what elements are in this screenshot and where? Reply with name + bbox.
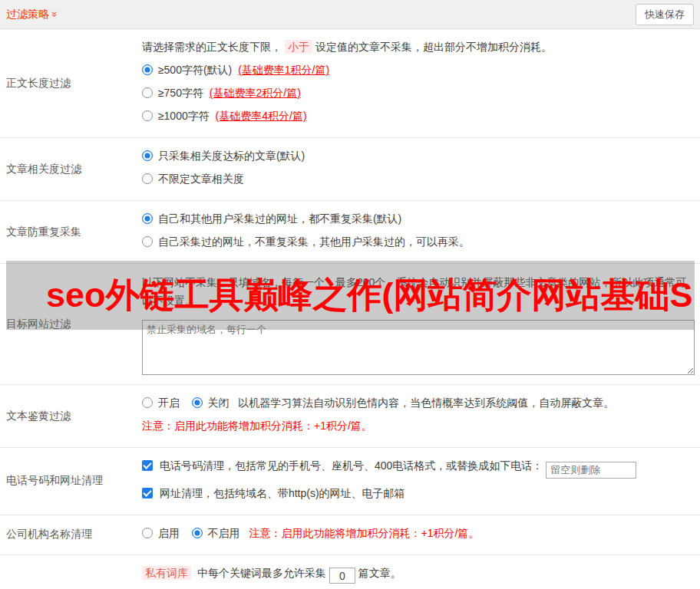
- radio-1000-chars[interactable]: [142, 110, 153, 121]
- radio-company-off[interactable]: [192, 528, 203, 538]
- option-label[interactable]: 只采集相关度达标的文章(默认): [158, 150, 305, 162]
- row-label-target-site: 目标网站过滤: [0, 264, 142, 384]
- chevron-down-icon: »: [50, 12, 60, 17]
- radio-company-on[interactable]: [142, 528, 153, 538]
- radio-relevance-only[interactable]: [142, 150, 153, 161]
- option-dedup-own: 自己采集过的网址，不重复采集，其他用户采集过的，可以再采。: [142, 233, 694, 250]
- row-porn-filter: 文本鉴黄过滤 开启 关闭 以机器学习算法自动识别色情内容，当色情概率达到系统阈值…: [0, 385, 700, 448]
- cost-note: (基础费率1积分/篇): [238, 64, 329, 76]
- url-clean-line: 网址清理，包括纯域名、带http(s)的网址、电子邮箱: [142, 485, 694, 502]
- row-label-company-clean: 公司机构名称清理: [0, 515, 142, 554]
- phone-clean-line: 电话号码清理，包括常见的手机号、座机号、400电话格式，或替换成如下电话：: [142, 457, 694, 479]
- target-site-desc: 以下网站不采集，只填域名，每行一个，最多200个。系统会自动识别并屏蔽那些非文章…: [142, 273, 696, 310]
- option-750-chars: ≥750字符 (基础费率2积分/篇): [142, 84, 694, 101]
- row-label-dedup: 文章防重复采集: [0, 201, 142, 263]
- row-label-keyword-dedup: 关键词防重复采集: [0, 555, 142, 589]
- option-1000-chars: ≥1000字符 (基础费率4积分/篇): [142, 107, 694, 124]
- row-dedup: 文章防重复采集 自己和其他用户采集过的网址，都不重复采集(默认) 自己采集过的网…: [0, 201, 700, 264]
- row-company-clean: 公司机构名称清理 启用 不启用 注意：启用此功能将增加积分消耗：+1积分/篇。: [0, 515, 700, 555]
- option-label[interactable]: ≥1000字符: [158, 110, 210, 122]
- option-label[interactable]: ≥500字符(默认): [158, 64, 232, 76]
- row-target-site: 目标网站过滤 以下网站不采集，只填域名，每行一个，最多200个。系统会自动识别并…: [0, 264, 700, 385]
- row-label-porn-filter: 文本鉴黄过滤: [0, 385, 142, 447]
- row-label-body-length: 正文长度过滤: [0, 29, 142, 137]
- option-label[interactable]: 关闭: [208, 397, 229, 409]
- less-than-chip: 小于: [285, 40, 312, 54]
- porn-filter-desc: 以机器学习算法自动识别色情内容，当色情概率达到系统阈值，自动屏蔽文章。: [238, 397, 614, 409]
- phone-clean-label[interactable]: 电话号码清理，包括常见的手机号、座机号、400电话格式，或替换成如下电话：: [160, 459, 543, 472]
- porn-filter-options: 开启 关闭 以机器学习算法自动识别色情内容，当色情概率达到系统阈值，自动屏蔽文章…: [142, 394, 694, 411]
- option-label[interactable]: 不启用: [208, 527, 240, 539]
- cost-note: (基础费率4积分/篇): [216, 110, 307, 122]
- radio-750-chars[interactable]: [142, 87, 153, 98]
- url-clean-label[interactable]: 网址清理，包括纯域名、带http(s)的网址、电子邮箱: [160, 487, 405, 499]
- max-articles-input[interactable]: [329, 568, 355, 584]
- body-length-intro: 请选择需求的正文长度下限，小于设定值的文章不采集，超出部分不增加积分消耗。: [142, 38, 694, 55]
- radio-dedup-own[interactable]: [142, 236, 153, 247]
- option-label[interactable]: ≥750字符: [158, 87, 203, 99]
- option-relevance-any: 不限定文章相关度: [142, 170, 694, 187]
- option-500-chars: ≥500字符(默认) (基础费率1积分/篇): [142, 61, 694, 78]
- row-phone-url-clean: 电话号码和网址清理 电话号码清理，包括常见的手机号、座机号、400电话格式，或替…: [0, 448, 700, 515]
- option-relevance-only: 只采集相关度达标的文章(默认): [142, 147, 694, 164]
- page-title-text: 过滤策略: [6, 8, 49, 21]
- radio-dedup-all[interactable]: [142, 213, 153, 224]
- porn-filter-note: 注意：启用此功能将增加积分消耗：+1积分/篇。: [142, 417, 694, 434]
- row-relevance: 文章相关度过滤 只采集相关度达标的文章(默认) 不限定文章相关度: [0, 138, 700, 201]
- row-keyword-dedup: 关键词防重复采集 私有词库 中每个关键词最多允许采集 篇文章。 如果留空或设为0…: [0, 555, 700, 589]
- header-bar: 过滤策略 » 快速保存: [0, 0, 700, 29]
- radio-porn-on[interactable]: [142, 397, 153, 408]
- radio-porn-off[interactable]: [192, 397, 203, 408]
- option-dedup-all: 自己和其他用户采集过的网址，都不重复采集(默认): [142, 210, 694, 227]
- option-label[interactable]: 启用: [158, 527, 180, 539]
- row-label-phone-url-clean: 电话号码和网址清理: [0, 448, 142, 515]
- blocked-domains-textarea[interactable]: [142, 320, 695, 375]
- option-label[interactable]: 自己和其他用户采集过的网址，都不重复采集(默认): [158, 212, 401, 225]
- row-body-length: 正文长度过滤 请选择需求的正文长度下限，小于设定值的文章不采集，超出部分不增加积…: [0, 29, 700, 138]
- private-lexicon-chip[interactable]: 私有词库: [142, 566, 191, 580]
- replacement-phone-input[interactable]: [546, 462, 636, 479]
- option-label[interactable]: 自己采集过的网址，不重复采集，其他用户采集过的，可以再采。: [158, 235, 470, 248]
- option-label[interactable]: 不限定文章相关度: [158, 173, 244, 185]
- option-label[interactable]: 开启: [158, 397, 180, 409]
- quick-save-button[interactable]: 快速保存: [636, 4, 694, 25]
- radio-500-chars[interactable]: [142, 64, 153, 75]
- cost-note: (基础费率2积分/篇): [210, 87, 301, 99]
- company-clean-note: 注意：启用此功能将增加积分消耗：+1积分/篇。: [249, 527, 479, 539]
- keyword-limit-line: 私有词库 中每个关键词最多允许采集 篇文章。: [142, 564, 694, 584]
- company-clean-options: 启用 不启用 注意：启用此功能将增加积分消耗：+1积分/篇。: [142, 525, 694, 541]
- checkbox-phone-clean[interactable]: [142, 460, 153, 471]
- row-label-relevance: 文章相关度过滤: [0, 138, 142, 200]
- page-title[interactable]: 过滤策略 »: [6, 8, 58, 21]
- radio-relevance-any[interactable]: [142, 173, 153, 184]
- checkbox-url-clean[interactable]: [142, 488, 153, 499]
